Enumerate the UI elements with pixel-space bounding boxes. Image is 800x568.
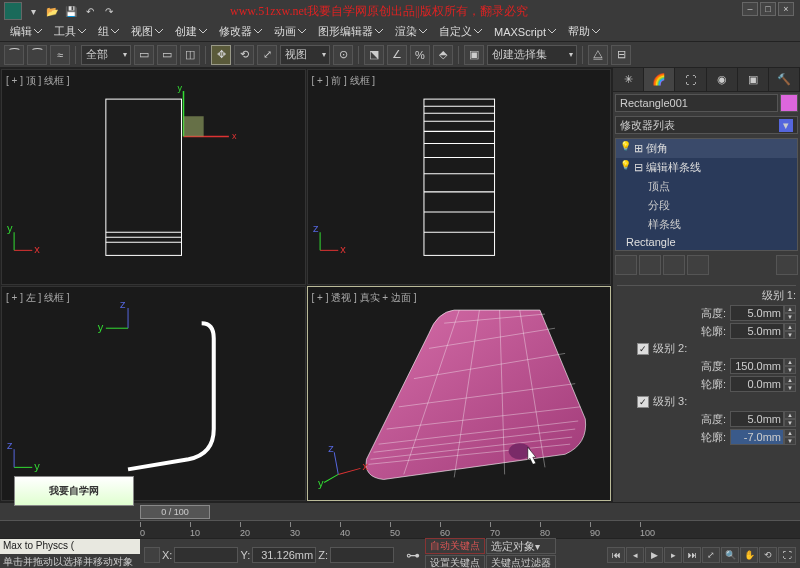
move-icon[interactable]: ✥ bbox=[211, 45, 231, 65]
coord-y[interactable] bbox=[252, 547, 316, 563]
watermark-text: www.51zxw.net我要自学网原创出品||版权所有，翻录必究 bbox=[230, 3, 528, 20]
redo-icon[interactable]: ↷ bbox=[101, 3, 117, 19]
configure-sets-icon[interactable] bbox=[776, 255, 798, 275]
autokey-button[interactable]: 自动关键点 bbox=[425, 538, 485, 554]
zoom-icon[interactable]: 🔍 bbox=[721, 547, 739, 563]
level2-checkbox[interactable]: ✓ bbox=[637, 343, 649, 355]
modifier-list-dropdown[interactable]: 修改器列表 bbox=[615, 116, 798, 134]
level3-outline[interactable] bbox=[730, 429, 784, 445]
menu-create[interactable]: 创建 bbox=[169, 22, 213, 41]
orbit-icon[interactable]: ⟲ bbox=[759, 547, 777, 563]
maxscript-listener[interactable]: Max to Physcs ( bbox=[0, 539, 140, 554]
object-color-swatch[interactable] bbox=[780, 94, 798, 112]
selection-filter[interactable]: 全部 bbox=[81, 45, 131, 65]
menu-group[interactable]: 组 bbox=[92, 22, 125, 41]
level1-height[interactable] bbox=[730, 305, 784, 321]
goto-start-icon[interactable]: ⏮ bbox=[607, 547, 625, 563]
bind-icon[interactable]: ≈ bbox=[50, 45, 70, 65]
stack-item-editspline[interactable]: 💡⊟ 编辑样条线 bbox=[616, 158, 797, 177]
key-mode-icon[interactable]: ⊶ bbox=[402, 547, 424, 563]
open-icon[interactable]: 📂 bbox=[44, 3, 60, 19]
rotate-icon[interactable]: ⟲ bbox=[234, 45, 254, 65]
viewport-front[interactable]: [ + ] 前 ] 线框 ] xz bbox=[307, 69, 612, 285]
prev-frame-icon[interactable]: ◂ bbox=[626, 547, 644, 563]
object-name-field[interactable] bbox=[615, 94, 778, 112]
maximize-viewport-icon[interactable]: ⛶ bbox=[778, 547, 796, 563]
lock-selection-icon[interactable] bbox=[144, 547, 160, 563]
tab-utilities[interactable]: 🔨 bbox=[769, 68, 800, 91]
menu-tools[interactable]: 工具 bbox=[48, 22, 92, 41]
track-bar[interactable]: 0 10 20 30 40 50 60 70 80 90 100 bbox=[0, 520, 800, 538]
select-icon[interactable]: ▭ bbox=[134, 45, 154, 65]
stack-sub-vertex[interactable]: 顶点 bbox=[616, 177, 797, 196]
close-button[interactable]: × bbox=[778, 2, 794, 16]
align-icon[interactable]: ⊟ bbox=[611, 45, 631, 65]
tab-create[interactable]: ✳ bbox=[613, 68, 644, 91]
stack-item-bevel[interactable]: 💡⊞ 倒角 bbox=[616, 139, 797, 158]
tab-motion[interactable]: ◉ bbox=[707, 68, 738, 91]
show-end-result-icon[interactable] bbox=[639, 255, 661, 275]
level3-checkbox[interactable]: ✓ bbox=[637, 396, 649, 408]
menu-help[interactable]: 帮助 bbox=[562, 22, 606, 41]
svg-text:z: z bbox=[328, 442, 334, 454]
stack-sub-spline[interactable]: 样条线 bbox=[616, 215, 797, 234]
minimize-button[interactable]: – bbox=[742, 2, 758, 16]
brand-watermark: 我要自学网 bbox=[14, 476, 134, 506]
ref-coord-system[interactable]: 视图 bbox=[280, 45, 330, 65]
angle-snap-icon[interactable]: ∠ bbox=[387, 45, 407, 65]
remove-modifier-icon[interactable] bbox=[687, 255, 709, 275]
setkey-button[interactable]: 设置关键点 bbox=[425, 555, 485, 568]
menu-modifiers[interactable]: 修改器 bbox=[213, 22, 268, 41]
menu-animation[interactable]: 动画 bbox=[268, 22, 312, 41]
maximize-button[interactable]: □ bbox=[760, 2, 776, 16]
modifier-stack[interactable]: 💡⊞ 倒角 💡⊟ 编辑样条线 顶点 分段 样条线 Rectangle bbox=[615, 138, 798, 251]
play-icon[interactable]: ▶ bbox=[645, 547, 663, 563]
viewport-left[interactable]: [ + ] 左 ] 线框 ] zy yz bbox=[1, 286, 306, 502]
link-icon[interactable]: ⁀ bbox=[4, 45, 24, 65]
level2-outline[interactable] bbox=[730, 376, 784, 392]
zoom-extents-icon[interactable]: ⤢ bbox=[702, 547, 720, 563]
svg-text:x: x bbox=[34, 243, 40, 255]
menu-customize[interactable]: 自定义 bbox=[433, 22, 488, 41]
menu-maxscript[interactable]: MAXScript bbox=[488, 24, 562, 40]
next-frame-icon[interactable]: ▸ bbox=[664, 547, 682, 563]
viewport-top[interactable]: [ + ] 顶 ] 线框 ] x y xy bbox=[1, 69, 306, 285]
unlink-icon[interactable]: ⁀ bbox=[27, 45, 47, 65]
select-region-icon[interactable]: ◫ bbox=[180, 45, 200, 65]
menu-views[interactable]: 视图 bbox=[125, 22, 169, 41]
key-filters-button[interactable]: 关键点过滤器 bbox=[486, 555, 556, 568]
viewport-perspective[interactable]: [ + ] 透视 ] 真实 + 边面 ] xzy bbox=[307, 286, 612, 502]
coord-x[interactable] bbox=[174, 547, 238, 563]
scale-icon[interactable]: ⤢ bbox=[257, 45, 277, 65]
percent-snap-icon[interactable]: % bbox=[410, 45, 430, 65]
level2-height[interactable] bbox=[730, 358, 784, 374]
menu-edit[interactable]: 编辑 bbox=[4, 22, 48, 41]
spinner-snap-icon[interactable]: ⬘ bbox=[433, 45, 453, 65]
selected-object-dropdown[interactable]: 选定对象 ▾ bbox=[486, 538, 556, 554]
svg-line-52 bbox=[324, 474, 338, 482]
save-icon[interactable]: 💾 bbox=[63, 3, 79, 19]
pin-stack-icon[interactable] bbox=[615, 255, 637, 275]
level1-outline[interactable] bbox=[730, 323, 784, 339]
coord-z[interactable] bbox=[330, 547, 394, 563]
stack-sub-segment[interactable]: 分段 bbox=[616, 196, 797, 215]
select-name-icon[interactable]: ▭ bbox=[157, 45, 177, 65]
pan-icon[interactable]: ✋ bbox=[740, 547, 758, 563]
undo-icon[interactable]: ↶ bbox=[82, 3, 98, 19]
named-selection-set[interactable]: 创建选择集 bbox=[487, 45, 577, 65]
tab-modify[interactable]: 🌈 bbox=[644, 68, 675, 91]
tab-display[interactable]: ▣ bbox=[738, 68, 769, 91]
time-slider-thumb[interactable]: 0 / 100 bbox=[140, 505, 210, 519]
make-unique-icon[interactable] bbox=[663, 255, 685, 275]
new-icon[interactable]: ▾ bbox=[25, 3, 41, 19]
menu-rendering[interactable]: 渲染 bbox=[389, 22, 433, 41]
mirror-icon[interactable]: ⧋ bbox=[588, 45, 608, 65]
tab-hierarchy[interactable]: ⛶ bbox=[675, 68, 706, 91]
goto-end-icon[interactable]: ⏭ bbox=[683, 547, 701, 563]
named-sel-icon[interactable]: ▣ bbox=[464, 45, 484, 65]
level3-height[interactable] bbox=[730, 411, 784, 427]
snap-icon[interactable]: ⬔ bbox=[364, 45, 384, 65]
stack-item-rectangle[interactable]: Rectangle bbox=[616, 234, 797, 250]
menu-grapheditors[interactable]: 图形编辑器 bbox=[312, 22, 389, 41]
pivot-icon[interactable]: ⊙ bbox=[333, 45, 353, 65]
